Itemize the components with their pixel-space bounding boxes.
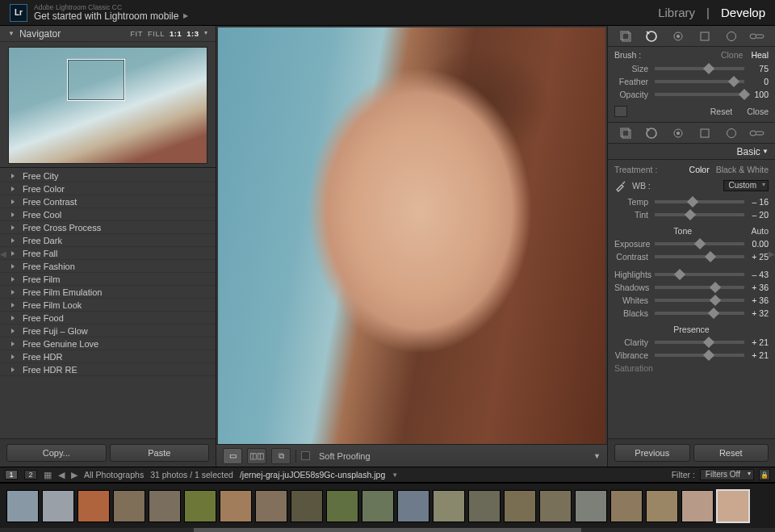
filmstrip-thumb[interactable] <box>433 490 465 522</box>
highlights-slider[interactable] <box>655 273 744 276</box>
contrast-slider[interactable] <box>655 255 744 258</box>
navigator-preview[interactable] <box>8 47 207 164</box>
brush-mode-clone[interactable]: Clone <box>721 50 743 60</box>
eyedropper-icon[interactable] <box>614 179 627 192</box>
brush-close-link[interactable]: Close <box>747 107 769 116</box>
preset-item[interactable]: Free Film <box>0 273 216 286</box>
module-develop[interactable]: Develop <box>721 6 765 19</box>
preset-item[interactable]: Free Fuji – Glow <box>0 325 216 337</box>
spot-heal-tool-icon-2[interactable] <box>643 126 660 140</box>
filmstrip-thumb[interactable] <box>291 490 323 522</box>
whites-slider[interactable] <box>655 299 744 302</box>
basic-header[interactable]: Basic ▼ <box>608 144 775 160</box>
preset-item[interactable]: Free Film Look <box>0 299 216 312</box>
navigator-header[interactable]: ▼ Navigator FIT FILL 1:1 1:3 ▾ <box>0 26 216 42</box>
tone-auto-link[interactable]: Auto <box>751 226 769 236</box>
left-panel-collapse-icon[interactable]: ◀ <box>0 242 6 265</box>
preset-item[interactable]: Free Fall <box>0 247 216 260</box>
filmstrip-thumb[interactable] <box>468 490 501 522</box>
treatment-bw[interactable]: Black & White <box>716 165 769 174</box>
reset-button[interactable]: Reset <box>693 444 769 462</box>
filmstrip-thumb[interactable] <box>149 490 181 522</box>
tint-slider[interactable] <box>655 213 744 216</box>
filmstrip-thumb[interactable] <box>504 490 536 522</box>
copy-button[interactable]: Copy... <box>6 444 107 462</box>
spot-heal-tool-icon[interactable] <box>643 29 660 44</box>
visualize-spots-toggle[interactable] <box>614 106 627 117</box>
filmstrip-thumb[interactable] <box>220 490 252 522</box>
filmstrip-thumb[interactable] <box>646 490 678 522</box>
filmstrip-thumb[interactable] <box>255 490 287 522</box>
filmstrip-thumb[interactable] <box>610 490 643 522</box>
zoom-fit[interactable]: FIT <box>130 29 143 38</box>
preset-item[interactable]: Free Food <box>0 312 216 325</box>
filmstrip-thumb[interactable] <box>539 490 572 522</box>
brush-tool-icon[interactable] <box>748 29 766 44</box>
promo-link[interactable]: Get started with Lightroom mobile <box>34 11 178 22</box>
filmstrip-thumb[interactable] <box>113 490 145 522</box>
zoom-fill[interactable]: FILL <box>148 29 165 38</box>
preset-item[interactable]: Free Contrast <box>0 195 216 208</box>
grad-filter-tool-icon[interactable] <box>696 29 714 44</box>
filter-select[interactable]: Filters Off <box>700 469 754 480</box>
secondary-display-2[interactable]: 2 <box>24 470 37 480</box>
treatment-color[interactable]: Color <box>689 165 710 174</box>
filmstrip-thumb[interactable] <box>6 490 39 522</box>
filmstrip-thumb[interactable] <box>397 490 429 522</box>
loupe-view-icon[interactable]: ▭ <box>223 448 242 464</box>
collection-name[interactable]: All Photographs <box>84 470 144 480</box>
blacks-slider[interactable] <box>655 312 744 315</box>
preset-item[interactable]: Free HDR <box>0 350 216 363</box>
before-after-lr-icon[interactable]: ◫◫ <box>247 448 266 464</box>
wb-select[interactable]: Custom <box>723 180 769 191</box>
main-photo[interactable] <box>218 27 605 444</box>
filmstrip-scrollbar[interactable] <box>0 528 775 532</box>
soft-proof-checkbox[interactable] <box>301 451 310 460</box>
filter-lock-icon[interactable]: 🔒 <box>759 469 770 480</box>
before-after-tb-icon[interactable]: ⧉ <box>271 448 291 464</box>
toolbar-menu-icon[interactable]: ▼ <box>593 452 601 460</box>
nav-fwd-icon[interactable]: ▶ <box>71 470 78 480</box>
filmstrip-thumb[interactable] <box>681 490 714 522</box>
preset-item[interactable]: Free Fashion <box>0 260 216 273</box>
brush-mode-heal[interactable]: Heal <box>751 50 769 60</box>
exposure-slider[interactable] <box>655 242 744 245</box>
filmstrip-thumb[interactable] <box>42 490 74 522</box>
preset-item[interactable]: Free Dark <box>0 234 216 247</box>
brush-tool-icon-2[interactable] <box>748 126 766 140</box>
preset-item[interactable]: Free Color <box>0 182 216 195</box>
right-panel-collapse-icon[interactable]: ▶ <box>769 242 775 265</box>
brush-reset-link[interactable]: Reset <box>710 107 732 116</box>
preset-item[interactable]: Free Film Emulation <box>0 286 216 299</box>
radial-filter-tool-icon-2[interactable] <box>723 126 740 140</box>
filmstrip-thumb[interactable] <box>78 490 110 522</box>
redeye-tool-icon[interactable] <box>669 29 687 44</box>
preset-item[interactable]: Free Cross Process <box>0 221 216 234</box>
grid-view-icon[interactable]: ▦ <box>44 470 52 480</box>
crop-tool-icon[interactable] <box>617 29 635 44</box>
navigator-crop-rect[interactable] <box>67 59 125 101</box>
radial-filter-tool-icon[interactable] <box>723 29 740 44</box>
module-library[interactable]: Library <box>658 6 695 19</box>
filmstrip-thumb[interactable] <box>326 490 358 522</box>
paste-button[interactable]: Paste <box>110 444 210 462</box>
shadows-slider[interactable] <box>655 286 744 289</box>
vibrance-slider[interactable] <box>655 354 744 357</box>
opacity-slider[interactable] <box>655 93 744 96</box>
grad-filter-tool-icon-2[interactable] <box>696 126 714 140</box>
clarity-slider[interactable] <box>655 341 744 344</box>
filmstrip-thumb[interactable] <box>184 490 216 522</box>
secondary-display-1[interactable]: 1 <box>5 470 18 480</box>
filmstrip[interactable] <box>0 483 775 528</box>
size-slider[interactable] <box>655 67 744 70</box>
preset-item[interactable]: Free City <box>0 170 216 182</box>
filmstrip-thumb[interactable] <box>717 490 749 522</box>
temp-slider[interactable] <box>655 200 744 203</box>
crop-tool-icon-2[interactable] <box>617 126 635 140</box>
nav-back-icon[interactable]: ◀ <box>58 470 65 480</box>
preset-item[interactable]: Free Cool <box>0 208 216 221</box>
filename-menu-icon[interactable]: ▼ <box>392 471 398 479</box>
preset-item[interactable]: Free HDR RE <box>0 363 216 376</box>
feather-slider[interactable] <box>655 80 744 83</box>
filmstrip-thumb[interactable] <box>362 490 394 522</box>
